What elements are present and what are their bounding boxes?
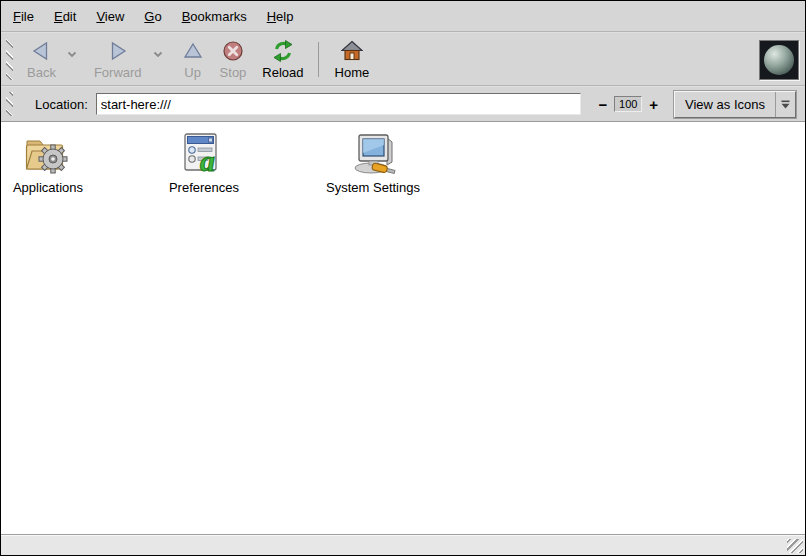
stop-button[interactable]: Stop (212, 36, 255, 83)
location-label: Location: (35, 97, 88, 112)
reload-icon (271, 39, 295, 63)
stop-icon (222, 39, 244, 63)
dropdown-arrow-icon (775, 92, 795, 117)
home-icon (341, 39, 363, 63)
toolbar-grip-handle[interactable] (6, 39, 13, 80)
system-settings-icon (349, 132, 397, 176)
resize-grip[interactable] (787, 539, 803, 553)
forward-button[interactable]: Forward (86, 36, 150, 83)
menu-edit[interactable]: Edit (44, 4, 86, 29)
reload-label: Reload (262, 65, 303, 80)
toolbar-separator (318, 42, 319, 77)
status-bar (1, 534, 805, 555)
forward-label: Forward (94, 65, 142, 80)
menu-bookmarks[interactable]: Bookmarks (172, 4, 257, 29)
up-button[interactable]: Up (174, 36, 212, 83)
menu-file[interactable]: File (3, 4, 44, 29)
menu-help[interactable]: Help (257, 4, 304, 29)
icon-label: Preferences (169, 180, 239, 195)
back-icon (30, 39, 52, 63)
chevron-down-icon (67, 51, 77, 58)
preferences-icon: a (182, 132, 226, 176)
home-label: Home (335, 65, 370, 80)
zoom-controls: − 100 + (595, 96, 663, 112)
view-as-selector[interactable]: View as Icons (674, 91, 796, 118)
location-input[interactable] (96, 93, 581, 115)
icon-item-system-settings[interactable]: System Settings (313, 132, 433, 195)
svg-text:a: a (200, 144, 215, 176)
zoom-in-button[interactable]: + (645, 97, 662, 112)
up-icon (182, 39, 204, 63)
menubar: File Edit View Go Bookmarks Help (1, 1, 805, 31)
toolbar: Back Forward Up (1, 33, 805, 85)
icon-label: System Settings (326, 180, 420, 195)
applications-folder-icon (24, 132, 72, 176)
menu-view[interactable]: View (86, 4, 134, 29)
zoom-out-button[interactable]: − (595, 97, 612, 112)
throbber-sphere-icon (764, 45, 794, 75)
view-as-label: View as Icons (675, 97, 775, 112)
back-label: Back (27, 65, 56, 80)
home-button[interactable]: Home (327, 36, 378, 83)
chevron-down-icon (153, 51, 163, 58)
icon-item-applications[interactable]: Applications (1, 132, 95, 195)
back-history-dropdown[interactable] (64, 44, 80, 64)
locationbar-grip-handle[interactable] (6, 92, 13, 116)
menu-go[interactable]: Go (134, 4, 171, 29)
forward-history-dropdown[interactable] (150, 44, 166, 64)
icon-label: Applications (13, 180, 83, 195)
reload-button[interactable]: Reload (254, 36, 311, 83)
location-bar: Location: − 100 + View as Icons (1, 87, 805, 121)
zoom-level-indicator: 100 (614, 96, 642, 112)
forward-icon (107, 39, 129, 63)
up-label: Up (184, 65, 201, 80)
icon-item-preferences[interactable]: a Preferences (157, 132, 251, 195)
icon-view: Applications a Preferences (1, 121, 805, 534)
nautilus-window: File Edit View Go Bookmarks Help Back Fo… (0, 0, 806, 556)
stop-label: Stop (220, 65, 247, 80)
back-button[interactable]: Back (19, 36, 64, 83)
nautilus-throbber (759, 40, 799, 80)
